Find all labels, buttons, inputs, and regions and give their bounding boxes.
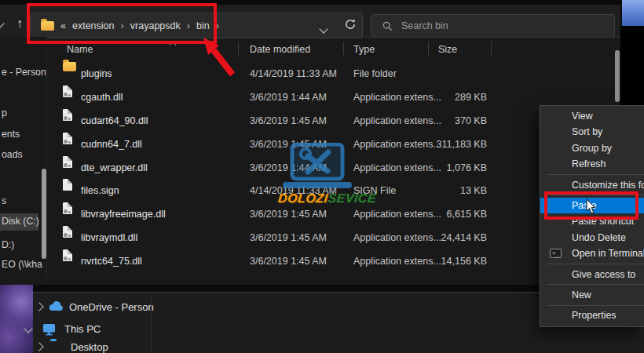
menu-separator — [547, 174, 644, 175]
file-row[interactable]: plugins 4/14/2019 11:33 AM File folder — [47, 62, 615, 86]
breadcrumb-separator[interactable]: › — [120, 20, 123, 31]
tree-item-label: This PC — [64, 322, 101, 337]
search-icon — [382, 21, 393, 31]
file-name: libvrayfreeimage.dll — [81, 202, 166, 226]
background-window-fragment — [620, 0, 644, 26]
breadcrumb-segment[interactable]: vrayappsdk — [130, 20, 181, 31]
file-date: 3/6/2019 1:44 AM — [250, 86, 327, 109]
file-name: plugins — [81, 62, 112, 86]
refresh-icon[interactable] — [344, 18, 357, 31]
menu-item-undo-delete[interactable]: Undo Delete — [540, 230, 644, 246]
nav-item-drive-d[interactable]: D:) — [2, 239, 14, 250]
file-size: 289 KB — [385, 86, 487, 109]
file-name: cudnn64_7.dll — [81, 133, 142, 156]
sort-ascending-icon — [170, 38, 175, 49]
file-size: 24,414 KB — [385, 226, 487, 249]
breadcrumb-segment[interactable]: bin — [196, 20, 210, 31]
file-row[interactable]: cudnn64_7.dll 3/6/2019 1:45 AM Applicati… — [47, 133, 615, 156]
pane-divider — [151, 294, 152, 353]
column-divider[interactable] — [343, 42, 344, 55]
menu-item-customize-folder[interactable]: Customize this folder — [540, 177, 644, 193]
sign-file-icon — [63, 179, 72, 191]
menu-item-label: Open in Terminal — [572, 248, 644, 259]
file-row[interactable]: libvrayfreeimage.dll 3/6/2019 1:45 AM Ap… — [47, 202, 615, 226]
column-header-name[interactable]: Name — [67, 38, 93, 60]
history-chevron-icon[interactable] — [0, 19, 5, 27]
file-size: 1,076 KB — [385, 156, 487, 180]
search-box[interactable] — [371, 14, 615, 38]
file-type: File folder — [353, 62, 397, 86]
menu-item-paste-shortcut[interactable]: Paste shortcut — [540, 213, 644, 229]
nav-item-downloads[interactable]: oads — [2, 149, 23, 160]
file-date: 4/14/2019 11:33 AM — [250, 179, 337, 202]
file-name: cudart64_90.dll — [81, 109, 148, 133]
breadcrumb-separator[interactable]: › — [187, 20, 190, 31]
file-row[interactable]: cudart64_90.dll 3/6/2019 1:45 AM Applica… — [47, 109, 615, 133]
tree-item-label: Desktop — [71, 340, 108, 353]
up-button[interactable]: ↑ — [11, 15, 28, 32]
nav-item-pictures[interactable]: s — [2, 195, 6, 206]
file-row[interactable]: dte_wrapper.dll 3/6/2019 1:44 AM Applica… — [47, 156, 615, 180]
menu-item-give-access[interactable]: Give access to — [540, 267, 644, 282]
desktop-wallpaper — [0, 285, 33, 353]
breadcrumb-segment[interactable]: extension — [72, 20, 115, 31]
file-date: 3/6/2019 1:44 AM — [250, 156, 327, 180]
nav-item-onedrive[interactable]: e - Person — [2, 67, 46, 78]
address-bar[interactable]: « extension › vrayappsdk › bin › — [30, 13, 363, 38]
dll-file-icon — [63, 226, 72, 238]
menu-item-group-by[interactable]: Group by — [540, 140, 644, 156]
menu-item-open-in-terminal[interactable]: >_ Open in Terminal — [540, 246, 644, 261]
chevron-right-icon[interactable] — [35, 302, 43, 311]
breadcrumb-separator[interactable]: › — [216, 20, 219, 31]
monitor-icon — [42, 323, 56, 336]
nav-item-local-disk-c[interactable]: Disk (C:) — [2, 216, 39, 227]
dll-file-icon — [63, 109, 72, 121]
column-divider[interactable] — [238, 42, 239, 55]
file-row[interactable]: libvraymdl.dll 3/6/2019 1:45 AM Applicat… — [47, 226, 615, 249]
navigation-pane: e - Person p ents oads s Disk (C:) D:) E… — [0, 37, 47, 285]
context-menu: View Sort by Group by Refresh Customize … — [540, 105, 644, 327]
menu-item-sort-by[interactable]: Sort by — [540, 124, 644, 140]
column-header-type[interactable]: Type — [353, 38, 375, 60]
file-size: 13 KB — [385, 179, 487, 202]
search-input[interactable] — [400, 20, 599, 32]
file-date: 3/6/2019 1:45 AM — [250, 202, 327, 226]
folder-icon — [41, 21, 54, 31]
menu-separator — [547, 264, 644, 264]
menu-item-properties[interactable]: Properties — [540, 308, 644, 323]
menu-item-view[interactable]: View — [540, 108, 644, 124]
file-size: 311,183 KB — [385, 133, 487, 156]
dll-file-icon — [63, 156, 72, 168]
file-date: 3/6/2019 1:45 AM — [250, 109, 327, 133]
file-row[interactable]: files.sign 4/14/2019 11:33 AM SIGN File … — [47, 179, 615, 202]
file-row[interactable]: cgauth.dll 3/6/2019 1:44 AM Application … — [47, 86, 615, 109]
folder-icon — [63, 62, 76, 71]
nav-scrollbar[interactable] — [42, 169, 46, 259]
cloud-icon — [49, 301, 64, 311]
column-header-date[interactable]: Date modified — [250, 38, 310, 60]
nav-item-network-seo[interactable]: EO (\\kha — [2, 259, 42, 270]
dll-file-icon — [63, 249, 72, 261]
column-divider[interactable] — [491, 42, 492, 55]
menu-item-paste[interactable]: Paste — [540, 198, 644, 213]
breadcrumb-overflow[interactable]: « — [60, 20, 66, 31]
menu-separator — [547, 305, 644, 306]
nav-item-documents[interactable]: ents — [2, 129, 20, 140]
menu-separator — [547, 195, 644, 195]
toolbar: ↑ « extension › vrayappsdk › bin › — [0, 5, 620, 38]
file-date: 3/6/2019 1:45 AM — [250, 249, 327, 273]
dll-file-icon — [63, 133, 72, 144]
terminal-icon: >_ — [550, 249, 562, 258]
nav-item-desktop[interactable]: p — [2, 107, 7, 118]
file-row[interactable]: nvrtc64_75.dll 3/6/2019 1:45 AM Applicat… — [47, 249, 615, 273]
explorer-window: ↑ « extension › vrayappsdk › bin › — [0, 0, 620, 285]
menu-item-refresh[interactable]: Refresh — [540, 156, 644, 172]
chevron-right-icon[interactable] — [35, 342, 43, 351]
file-name: libvraymdl.dll — [81, 226, 137, 249]
menu-item-new[interactable]: New — [540, 287, 644, 303]
file-date: 3/6/2019 1:45 AM — [250, 226, 327, 249]
file-name: nvrtc64_75.dll — [81, 249, 142, 273]
column-divider[interactable] — [428, 42, 429, 55]
file-list-scrollbar[interactable] — [615, 50, 620, 102]
column-header-size[interactable]: Size — [438, 38, 457, 60]
